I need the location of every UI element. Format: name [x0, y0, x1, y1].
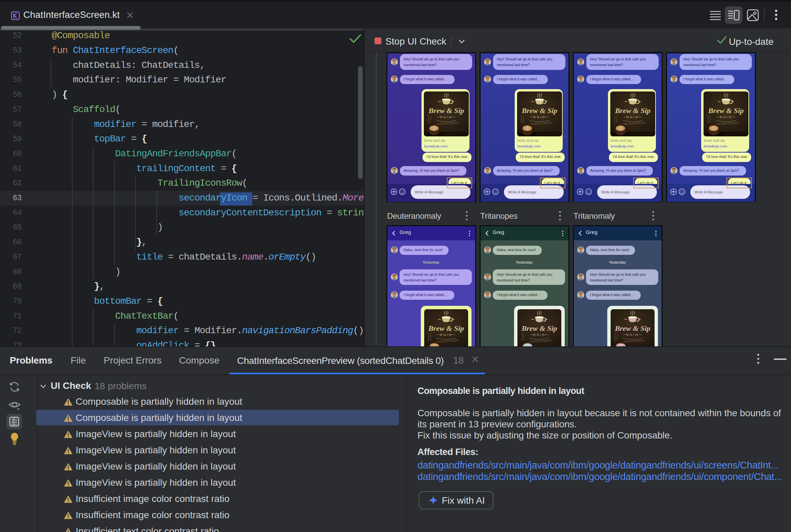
- svg-text:Brew & Sip: Brew & Sip: [428, 106, 464, 115]
- svg-text:Brew & Sip: Brew & Sip: [521, 106, 557, 115]
- svg-text:ONID: ONID: [720, 115, 732, 119]
- svg-text:ONID: ONID: [626, 115, 639, 119]
- svg-text:Brew & Sip: Brew & Sip: [521, 324, 557, 332]
- svg-text:Brew & Sip: Brew & Sip: [614, 324, 650, 332]
- svg-text:ONID: ONID: [533, 115, 546, 119]
- svg-text:ONID: ONID: [626, 333, 639, 337]
- svg-text:ONID: ONID: [440, 333, 453, 337]
- svg-text:Brew & Sip: Brew & Sip: [428, 324, 464, 332]
- svg-text:Brew & Sip: Brew & Sip: [615, 106, 650, 115]
- svg-text:ONID: ONID: [533, 333, 546, 337]
- svg-text:ONID: ONID: [440, 115, 453, 119]
- svg-text:Brew & Sip: Brew & Sip: [708, 106, 744, 115]
